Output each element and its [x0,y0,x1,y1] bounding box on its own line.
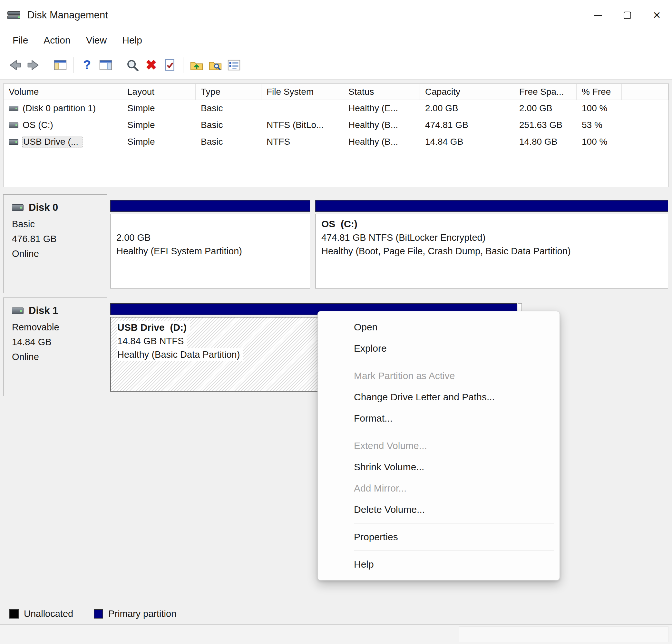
status-bar-section [459,626,669,642]
menu-file[interactable]: File [5,32,36,48]
console-tree-button[interactable] [51,56,70,74]
column-header-status[interactable]: Status [343,84,420,99]
cell-type: Basic [196,117,261,133]
volume-icon [9,139,19,145]
disk-title: Disk 0 [12,202,107,213]
menu-action[interactable]: Action [36,32,78,48]
column-header-free-space[interactable]: Free Spa... [514,84,577,99]
partition-os-c[interactable]: OS (C:) 474.81 GB NTFS (BitLocker Encryp… [315,200,668,288]
menu-item-format[interactable]: Format... [318,408,560,429]
maximize-button[interactable] [612,0,642,30]
legend-label-unallocated: Unallocated [24,609,73,619]
folder-up-icon [189,58,204,72]
menu-item-explore[interactable]: Explore [318,338,560,359]
menu-item-shrink-volume[interactable]: Shrink Volume... [318,456,560,478]
minimize-button[interactable] [583,0,612,30]
action-pane-icon [98,58,113,72]
cell-status: Healthy (B... [343,133,420,150]
disk-platter [8,11,20,15]
cell-file-system [261,100,343,117]
volume-icon [9,106,19,111]
window-controls: ✕ [583,0,672,30]
menu-item-help[interactable]: Help [318,554,560,575]
volume-list-panel: Volume Layout Type File System Status Ca… [3,83,669,187]
check-document-button[interactable] [160,56,179,74]
column-header-volume[interactable]: Volume [3,84,122,99]
menu-item-add-mirror: Add Mirror... [318,478,560,499]
volume-icon [9,122,19,128]
toolbar-separator [183,57,183,73]
partition-detail-text: Healthy (Basic Data Partition) [117,348,243,361]
cell-capacity: 2.00 GB [420,100,514,117]
partition-detail-text: 14.84 GB NTFS [117,334,187,348]
title-bar: Disk Management ✕ [0,0,672,30]
column-header-percent-free[interactable]: % Free [577,84,622,99]
disk-status: Online [12,349,107,364]
menu-item-properties[interactable]: Properties [318,526,560,548]
cell-free-space: 251.63 GB [514,117,577,133]
cell-type: Basic [196,133,261,150]
list-options-button[interactable] [225,56,243,74]
help-button[interactable]: ? [78,56,96,74]
partition-title: OS (C:) [321,217,662,231]
table-row-usb-drive[interactable]: USB Drive (... Simple Basic NTFS Healthy… [3,133,669,150]
menu-item-open[interactable]: Open [318,317,560,338]
partition-detail: 2.00 GB [116,231,304,244]
forward-button[interactable] [24,56,43,74]
close-button[interactable]: ✕ [642,0,672,30]
disk-drive-icon [8,10,22,20]
menu-view[interactable]: View [78,32,115,48]
table-row-disk0-partition1[interactable]: (Disk 0 partition 1) Simple Basic Health… [3,100,669,117]
menu-item-change-drive-letter-and-paths[interactable]: Change Drive Letter and Paths... [318,386,560,408]
back-arrow-icon [8,58,22,72]
toolbar-separator [119,57,119,73]
legend: Unallocated Primary partition [9,609,176,619]
disk-info-disk0[interactable]: Disk 0 Basic 476.81 GB Online [3,194,107,293]
context-menu: Open Explore Mark Partition as Active Ch… [317,311,560,581]
cell-percent-free: 100 % [577,133,622,150]
zoom-button[interactable] [123,56,142,74]
column-header-file-system[interactable]: File System [261,84,343,99]
disk-info-disk1[interactable]: Disk 1 Removable 14.84 GB Online [3,298,107,396]
volume-name: (Disk 0 partition 1) [23,103,96,114]
toolbar-separator [47,57,47,73]
action-pane-button[interactable] [96,56,115,74]
table-row-os-c[interactable]: OS (C:) Simple Basic NTFS (BitLo... Heal… [3,117,669,133]
volume-name: OS (C:) [23,120,53,130]
column-header-capacity[interactable]: Capacity [420,84,514,99]
menu-item-delete-volume[interactable]: Delete Volume... [318,499,560,520]
column-header-filler [622,84,669,99]
column-header-type[interactable]: Type [196,84,261,99]
folder-search-button[interactable] [206,56,225,74]
cell-volume: (Disk 0 partition 1) [3,100,122,117]
menu-separator [354,550,554,551]
disk-kind: Removable [12,320,107,335]
disk-kind: Basic [12,217,107,231]
cell-free-space: 14.80 GB [514,133,577,150]
volume-table-header: Volume Layout Type File System Status Ca… [3,84,669,100]
partition-title-text: USB Drive (D:) [117,321,190,334]
partition-efi-system[interactable]: 2.00 GB Healthy (EFI System Partition) [110,200,310,288]
partition-detail: Healthy (EFI System Partition) [116,244,304,258]
window-title: Disk Management [27,9,108,21]
disk-name: Disk 1 [29,305,58,317]
zoom-icon [125,58,140,72]
folder-up-button[interactable] [187,56,206,74]
cell-layout: Simple [122,117,196,133]
folder-search-icon [208,58,223,72]
disk-band-disk0: Disk 0 Basic 476.81 GB Online 2.00 GB He… [3,194,669,293]
cell-file-system: NTFS [261,133,343,150]
cell-capacity: 14.84 GB [420,133,514,150]
menu-help[interactable]: Help [115,32,150,48]
help-icon: ? [83,58,91,72]
cell-layout: Simple [122,133,196,150]
disk-icon [12,308,24,314]
column-header-layout[interactable]: Layout [122,84,196,99]
disk-title: Disk 1 [12,305,107,317]
unallocated-swatch [9,609,19,619]
cell-status: Healthy (E... [343,100,420,117]
cell-status: Healthy (B... [343,117,420,133]
delete-volume-button[interactable]: ✖ [142,56,160,74]
cell-layout: Simple [122,100,196,117]
back-button[interactable] [5,56,24,74]
